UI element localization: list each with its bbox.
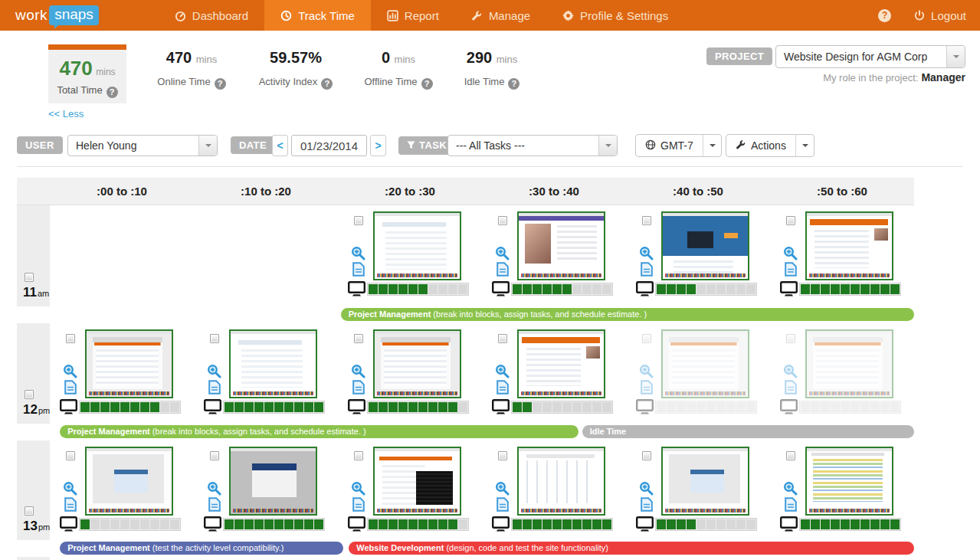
monitor-icon[interactable]	[780, 281, 798, 300]
zoom-in-icon[interactable]	[351, 481, 365, 499]
less-link[interactable]: << Less	[48, 108, 84, 120]
chevron-down-icon[interactable]	[198, 136, 217, 156]
screenshot-checkbox[interactable]	[642, 334, 651, 343]
actions-button[interactable]: Actions	[726, 134, 814, 157]
screenshot-thumbnail[interactable]	[805, 329, 893, 398]
nav-track-time[interactable]: Track Time	[264, 0, 371, 31]
screenshot-checkbox[interactable]	[354, 216, 363, 225]
nav-dashboard[interactable]: Dashboard	[159, 0, 264, 31]
help-tooltip-icon[interactable]	[107, 87, 118, 98]
zoom-in-icon[interactable]	[207, 364, 221, 382]
note-document-icon[interactable]	[785, 497, 797, 515]
screenshot-checkbox[interactable]	[66, 451, 75, 460]
screenshot-checkbox[interactable]	[642, 216, 651, 225]
monitor-icon[interactable]	[348, 399, 365, 418]
note-document-icon[interactable]	[641, 262, 653, 280]
note-document-icon[interactable]	[352, 497, 365, 515]
nav-report[interactable]: Report	[371, 0, 455, 31]
note-document-icon[interactable]	[497, 497, 509, 515]
note-document-icon[interactable]	[208, 497, 221, 515]
screenshot-thumbnail[interactable]	[805, 211, 893, 280]
zoom-in-icon[interactable]	[495, 246, 510, 264]
monitor-icon[interactable]	[204, 399, 221, 418]
screenshot-thumbnail[interactable]	[661, 329, 749, 398]
screenshot-checkbox[interactable]	[498, 216, 507, 225]
screenshot-thumbnail[interactable]	[661, 447, 749, 516]
zoom-in-icon[interactable]	[783, 246, 798, 264]
screenshot-checkbox[interactable]	[498, 334, 507, 343]
help-tooltip-icon[interactable]	[321, 78, 333, 90]
hour-checkbox[interactable]	[25, 506, 34, 516]
previous-day-button[interactable]: <	[272, 135, 288, 156]
note-document-icon[interactable]	[352, 380, 365, 398]
monitor-icon[interactable]	[780, 516, 798, 535]
zoom-in-icon[interactable]	[495, 364, 510, 382]
chevron-down-icon[interactable]	[598, 136, 617, 156]
monitor-icon[interactable]	[780, 399, 798, 418]
screenshot-thumbnail[interactable]	[805, 447, 893, 516]
note-document-icon[interactable]	[641, 380, 653, 398]
chevron-down-icon[interactable]	[795, 135, 814, 156]
logout-button[interactable]: Logout	[914, 0, 966, 31]
monitor-icon[interactable]	[348, 516, 365, 535]
zoom-in-icon[interactable]	[351, 246, 365, 264]
note-document-icon[interactable]	[497, 262, 509, 280]
screenshot-checkbox[interactable]	[642, 451, 651, 460]
zoom-in-icon[interactable]	[351, 364, 365, 382]
date-input[interactable]	[291, 135, 367, 156]
note-document-icon[interactable]	[785, 262, 797, 280]
monitor-icon[interactable]	[636, 399, 654, 418]
zoom-in-icon[interactable]	[783, 364, 798, 382]
zoom-in-icon[interactable]	[63, 481, 77, 499]
help-tooltip-icon[interactable]	[508, 78, 519, 90]
help-tooltip-icon[interactable]	[215, 78, 226, 90]
screenshot-thumbnail[interactable]	[661, 211, 749, 280]
hour-checkbox[interactable]	[25, 390, 34, 399]
next-day-button[interactable]: >	[370, 135, 386, 156]
monitor-icon[interactable]	[348, 281, 365, 300]
help-icon[interactable]	[878, 9, 891, 22]
chevron-down-icon[interactable]	[703, 135, 721, 156]
nav-manage[interactable]: Manage	[455, 0, 546, 31]
screenshot-thumbnail[interactable]	[85, 329, 173, 398]
monitor-icon[interactable]	[636, 281, 654, 300]
note-document-icon[interactable]	[64, 497, 77, 515]
note-document-icon[interactable]	[64, 380, 77, 398]
monitor-icon[interactable]	[204, 516, 221, 535]
hour-checkbox[interactable]	[25, 273, 34, 282]
screenshot-thumbnail[interactable]	[373, 447, 461, 516]
monitor-icon[interactable]	[60, 399, 77, 418]
monitor-icon[interactable]	[492, 516, 510, 535]
note-document-icon[interactable]	[208, 380, 221, 398]
screenshot-thumbnail[interactable]	[85, 447, 173, 516]
screenshot-thumbnail[interactable]	[373, 211, 461, 280]
monitor-icon[interactable]	[60, 516, 77, 535]
screenshot-thumbnail[interactable]	[517, 211, 605, 280]
monitor-icon[interactable]	[492, 281, 510, 300]
screenshot-checkbox[interactable]	[786, 334, 795, 343]
nav-profile-settings[interactable]: Profile & Settings	[546, 0, 684, 31]
monitor-icon[interactable]	[636, 516, 654, 535]
screenshot-checkbox[interactable]	[66, 334, 75, 343]
worksnaps-logo[interactable]: work snaps	[15, 5, 99, 25]
screenshot-checkbox[interactable]	[786, 216, 795, 225]
screenshot-thumbnail[interactable]	[229, 447, 317, 516]
note-document-icon[interactable]	[785, 380, 797, 398]
zoom-in-icon[interactable]	[639, 481, 654, 499]
screenshot-checkbox[interactable]	[354, 451, 363, 460]
zoom-in-icon[interactable]	[207, 481, 221, 499]
project-select[interactable]: Website Design for AGM Corp	[775, 45, 965, 68]
task-select[interactable]: --- All Tasks ---	[447, 135, 618, 156]
chevron-down-icon[interactable]	[946, 46, 965, 67]
zoom-in-icon[interactable]	[639, 246, 654, 264]
screenshot-checkbox[interactable]	[354, 334, 363, 343]
help-tooltip-icon[interactable]	[421, 78, 433, 90]
screenshot-checkbox[interactable]	[210, 451, 219, 460]
monitor-icon[interactable]	[492, 399, 510, 418]
screenshot-checkbox[interactable]	[498, 451, 507, 460]
user-select[interactable]: Helen Young	[67, 135, 218, 156]
screenshot-thumbnail[interactable]	[229, 329, 317, 398]
screenshot-thumbnail[interactable]	[517, 447, 605, 516]
zoom-in-icon[interactable]	[783, 481, 798, 499]
note-document-icon[interactable]	[497, 380, 509, 398]
